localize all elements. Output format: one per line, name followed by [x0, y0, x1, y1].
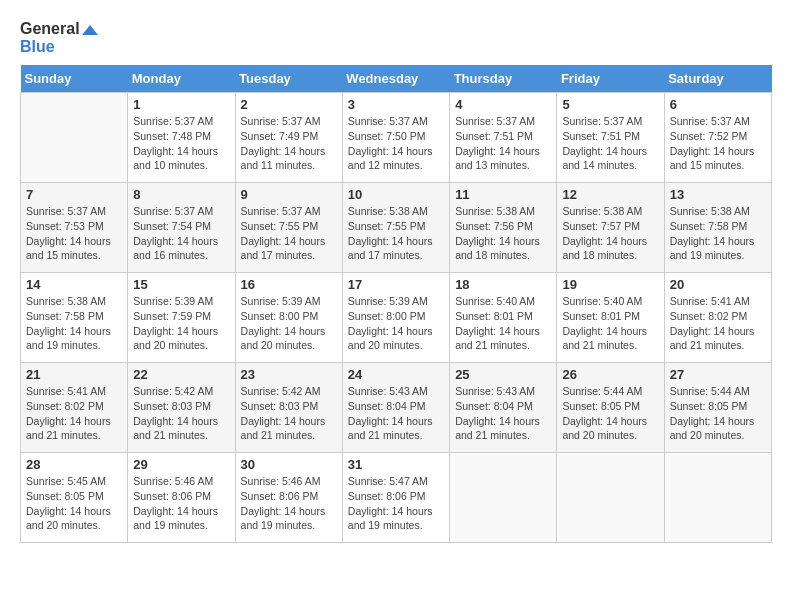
day-info: Sunrise: 5:42 AM Sunset: 8:03 PM Dayligh…: [241, 384, 337, 443]
day-number: 29: [133, 457, 229, 472]
day-info: Sunrise: 5:46 AM Sunset: 8:06 PM Dayligh…: [133, 474, 229, 533]
day-info: Sunrise: 5:41 AM Sunset: 8:02 PM Dayligh…: [670, 294, 766, 353]
calendar-cell: 13Sunrise: 5:38 AM Sunset: 7:58 PM Dayli…: [664, 183, 771, 273]
column-header-monday: Monday: [128, 65, 235, 93]
day-number: 28: [26, 457, 122, 472]
day-number: 14: [26, 277, 122, 292]
day-number: 13: [670, 187, 766, 202]
day-info: Sunrise: 5:40 AM Sunset: 8:01 PM Dayligh…: [455, 294, 551, 353]
column-header-thursday: Thursday: [450, 65, 557, 93]
calendar-cell: 5Sunrise: 5:37 AM Sunset: 7:51 PM Daylig…: [557, 93, 664, 183]
day-number: 22: [133, 367, 229, 382]
day-number: 4: [455, 97, 551, 112]
day-info: Sunrise: 5:47 AM Sunset: 8:06 PM Dayligh…: [348, 474, 444, 533]
day-number: 18: [455, 277, 551, 292]
calendar-cell: 16Sunrise: 5:39 AM Sunset: 8:00 PM Dayli…: [235, 273, 342, 363]
day-number: 20: [670, 277, 766, 292]
column-header-saturday: Saturday: [664, 65, 771, 93]
week-row-5: 28Sunrise: 5:45 AM Sunset: 8:05 PM Dayli…: [21, 453, 772, 543]
calendar-cell: [664, 453, 771, 543]
calendar-cell: 28Sunrise: 5:45 AM Sunset: 8:05 PM Dayli…: [21, 453, 128, 543]
column-header-sunday: Sunday: [21, 65, 128, 93]
calendar-cell: 29Sunrise: 5:46 AM Sunset: 8:06 PM Dayli…: [128, 453, 235, 543]
calendar-cell: 23Sunrise: 5:42 AM Sunset: 8:03 PM Dayli…: [235, 363, 342, 453]
calendar-cell: [450, 453, 557, 543]
week-row-1: 1Sunrise: 5:37 AM Sunset: 7:48 PM Daylig…: [21, 93, 772, 183]
day-info: Sunrise: 5:45 AM Sunset: 8:05 PM Dayligh…: [26, 474, 122, 533]
day-number: 11: [455, 187, 551, 202]
day-info: Sunrise: 5:41 AM Sunset: 8:02 PM Dayligh…: [26, 384, 122, 443]
logo-text: General Blue: [20, 20, 98, 55]
calendar-cell: 3Sunrise: 5:37 AM Sunset: 7:50 PM Daylig…: [342, 93, 449, 183]
calendar-cell: 8Sunrise: 5:37 AM Sunset: 7:54 PM Daylig…: [128, 183, 235, 273]
day-info: Sunrise: 5:43 AM Sunset: 8:04 PM Dayligh…: [455, 384, 551, 443]
day-info: Sunrise: 5:43 AM Sunset: 8:04 PM Dayligh…: [348, 384, 444, 443]
day-number: 6: [670, 97, 766, 112]
calendar-cell: 20Sunrise: 5:41 AM Sunset: 8:02 PM Dayli…: [664, 273, 771, 363]
calendar-cell: 24Sunrise: 5:43 AM Sunset: 8:04 PM Dayli…: [342, 363, 449, 453]
day-info: Sunrise: 5:37 AM Sunset: 7:48 PM Dayligh…: [133, 114, 229, 173]
day-number: 27: [670, 367, 766, 382]
calendar-cell: [21, 93, 128, 183]
calendar-cell: 1Sunrise: 5:37 AM Sunset: 7:48 PM Daylig…: [128, 93, 235, 183]
day-number: 15: [133, 277, 229, 292]
day-info: Sunrise: 5:38 AM Sunset: 7:55 PM Dayligh…: [348, 204, 444, 263]
day-info: Sunrise: 5:44 AM Sunset: 8:05 PM Dayligh…: [562, 384, 658, 443]
calendar-cell: 25Sunrise: 5:43 AM Sunset: 8:04 PM Dayli…: [450, 363, 557, 453]
calendar-cell: 21Sunrise: 5:41 AM Sunset: 8:02 PM Dayli…: [21, 363, 128, 453]
day-info: Sunrise: 5:40 AM Sunset: 8:01 PM Dayligh…: [562, 294, 658, 353]
day-number: 3: [348, 97, 444, 112]
day-number: 25: [455, 367, 551, 382]
calendar-cell: 22Sunrise: 5:42 AM Sunset: 8:03 PM Dayli…: [128, 363, 235, 453]
calendar-cell: 11Sunrise: 5:38 AM Sunset: 7:56 PM Dayli…: [450, 183, 557, 273]
day-info: Sunrise: 5:38 AM Sunset: 7:58 PM Dayligh…: [26, 294, 122, 353]
calendar-cell: 12Sunrise: 5:38 AM Sunset: 7:57 PM Dayli…: [557, 183, 664, 273]
calendar-cell: 26Sunrise: 5:44 AM Sunset: 8:05 PM Dayli…: [557, 363, 664, 453]
calendar-cell: 7Sunrise: 5:37 AM Sunset: 7:53 PM Daylig…: [21, 183, 128, 273]
calendar-cell: 27Sunrise: 5:44 AM Sunset: 8:05 PM Dayli…: [664, 363, 771, 453]
calendar-cell: 4Sunrise: 5:37 AM Sunset: 7:51 PM Daylig…: [450, 93, 557, 183]
day-info: Sunrise: 5:38 AM Sunset: 7:58 PM Dayligh…: [670, 204, 766, 263]
day-number: 30: [241, 457, 337, 472]
day-info: Sunrise: 5:37 AM Sunset: 7:52 PM Dayligh…: [670, 114, 766, 173]
day-info: Sunrise: 5:37 AM Sunset: 7:49 PM Dayligh…: [241, 114, 337, 173]
day-number: 8: [133, 187, 229, 202]
calendar-cell: 15Sunrise: 5:39 AM Sunset: 7:59 PM Dayli…: [128, 273, 235, 363]
column-header-friday: Friday: [557, 65, 664, 93]
day-number: 21: [26, 367, 122, 382]
calendar-cell: 19Sunrise: 5:40 AM Sunset: 8:01 PM Dayli…: [557, 273, 664, 363]
day-number: 19: [562, 277, 658, 292]
week-row-4: 21Sunrise: 5:41 AM Sunset: 8:02 PM Dayli…: [21, 363, 772, 453]
calendar-cell: 6Sunrise: 5:37 AM Sunset: 7:52 PM Daylig…: [664, 93, 771, 183]
calendar-cell: 18Sunrise: 5:40 AM Sunset: 8:01 PM Dayli…: [450, 273, 557, 363]
day-info: Sunrise: 5:37 AM Sunset: 7:55 PM Dayligh…: [241, 204, 337, 263]
day-info: Sunrise: 5:37 AM Sunset: 7:50 PM Dayligh…: [348, 114, 444, 173]
day-info: Sunrise: 5:46 AM Sunset: 8:06 PM Dayligh…: [241, 474, 337, 533]
calendar-cell: 2Sunrise: 5:37 AM Sunset: 7:49 PM Daylig…: [235, 93, 342, 183]
day-number: 10: [348, 187, 444, 202]
day-info: Sunrise: 5:44 AM Sunset: 8:05 PM Dayligh…: [670, 384, 766, 443]
header-row: SundayMondayTuesdayWednesdayThursdayFrid…: [21, 65, 772, 93]
column-header-tuesday: Tuesday: [235, 65, 342, 93]
day-info: Sunrise: 5:39 AM Sunset: 8:00 PM Dayligh…: [241, 294, 337, 353]
day-number: 17: [348, 277, 444, 292]
calendar-cell: 31Sunrise: 5:47 AM Sunset: 8:06 PM Dayli…: [342, 453, 449, 543]
calendar-cell: [557, 453, 664, 543]
day-number: 9: [241, 187, 337, 202]
day-info: Sunrise: 5:37 AM Sunset: 7:51 PM Dayligh…: [455, 114, 551, 173]
day-number: 2: [241, 97, 337, 112]
day-info: Sunrise: 5:42 AM Sunset: 8:03 PM Dayligh…: [133, 384, 229, 443]
week-row-3: 14Sunrise: 5:38 AM Sunset: 7:58 PM Dayli…: [21, 273, 772, 363]
page-header: General Blue: [20, 20, 772, 55]
calendar-cell: 9Sunrise: 5:37 AM Sunset: 7:55 PM Daylig…: [235, 183, 342, 273]
column-header-wednesday: Wednesday: [342, 65, 449, 93]
week-row-2: 7Sunrise: 5:37 AM Sunset: 7:53 PM Daylig…: [21, 183, 772, 273]
day-info: Sunrise: 5:37 AM Sunset: 7:53 PM Dayligh…: [26, 204, 122, 263]
day-number: 23: [241, 367, 337, 382]
calendar-cell: 17Sunrise: 5:39 AM Sunset: 8:00 PM Dayli…: [342, 273, 449, 363]
calendar-cell: 10Sunrise: 5:38 AM Sunset: 7:55 PM Dayli…: [342, 183, 449, 273]
day-info: Sunrise: 5:37 AM Sunset: 7:54 PM Dayligh…: [133, 204, 229, 263]
day-number: 31: [348, 457, 444, 472]
day-number: 7: [26, 187, 122, 202]
day-number: 12: [562, 187, 658, 202]
